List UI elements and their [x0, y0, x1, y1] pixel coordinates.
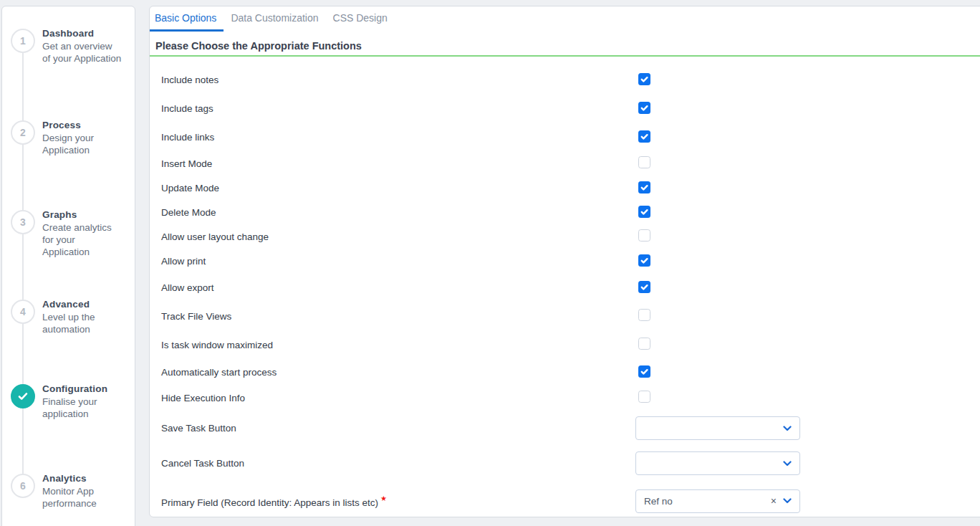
- checkbox-label: Allow user layout change: [161, 231, 635, 242]
- checkbox-label: Update Mode: [161, 183, 635, 193]
- section-heading: Please Choose the Appropriate Functions: [150, 39, 980, 52]
- checkbox-is-task-window-maximized[interactable]: [638, 338, 650, 350]
- checkbox-allow-user-layout-change[interactable]: [638, 229, 650, 242]
- checkbox-include-notes[interactable]: [638, 73, 650, 85]
- checkbox-row: Hide Execution Info: [150, 385, 980, 411]
- step-circle: 6: [11, 474, 35, 498]
- step-title: Process: [42, 119, 123, 131]
- select-save-task-button[interactable]: [635, 416, 800, 440]
- checkbox-row: Allow print: [150, 249, 980, 273]
- stepper-step-analytics[interactable]: 6 Analytics Monitor App performance: [11, 474, 123, 510]
- step-circle: 1: [11, 29, 35, 53]
- step-subtitle: Create analytics for your Application: [42, 221, 123, 258]
- checkbox-delete-mode[interactable]: [638, 206, 650, 218]
- step-subtitle: Get an overview of your Application: [42, 40, 123, 64]
- select-row: Cancel Task Button: [150, 446, 980, 481]
- wizard-sidebar: 1 Dashboard Get an overview of your Appl…: [1, 6, 135, 526]
- select-cell: Ref no ×: [635, 489, 802, 513]
- checkbox-cell: [635, 206, 802, 219]
- checkmark-icon: [640, 183, 649, 192]
- checkbox-label: Include notes: [161, 75, 635, 85]
- step-text: Configuration Finalise your application: [42, 383, 123, 420]
- checkbox-update-mode[interactable]: [638, 181, 650, 193]
- checkmark-icon: [640, 207, 649, 216]
- checkbox-label: Allow print: [161, 256, 635, 267]
- step-title: Analytics: [42, 472, 123, 484]
- checkbox-cell: [635, 102, 802, 115]
- step-number: 1: [20, 35, 26, 47]
- checkmark-icon: [640, 103, 649, 113]
- select-value: Ref no: [644, 496, 771, 507]
- chevron-down-icon: [783, 426, 792, 431]
- step-text: Advanced Level up the automation: [42, 298, 123, 335]
- checkbox-row: Allow user layout change: [150, 224, 980, 249]
- checkbox-cell: [635, 365, 802, 379]
- step-circle: 5: [11, 384, 35, 408]
- tab-css-design[interactable]: CSS Design: [326, 6, 395, 32]
- checkbox-cell: [635, 181, 802, 195]
- checkbox-label: Is task window maximized: [161, 340, 635, 350]
- checkbox-allow-print[interactable]: [638, 254, 650, 267]
- step-number: 2: [20, 127, 26, 138]
- step-subtitle: Monitor App performance: [42, 485, 123, 510]
- checkbox-label: Delete Mode: [161, 207, 635, 218]
- stepper-step-dashboard[interactable]: 1 Dashboard Get an overview of your Appl…: [11, 29, 123, 64]
- tab-basic-options[interactable]: Basic Options: [150, 6, 224, 32]
- step-title: Configuration: [42, 383, 123, 395]
- app-configuration-page: 1 Dashboard Get an overview of your Appl…: [0, 0, 980, 526]
- select-cell: [635, 416, 802, 440]
- step-circle: 2: [11, 120, 35, 145]
- stepper-step-process[interactable]: 2 Process Design your Application: [11, 120, 123, 156]
- required-asterisk: ★: [380, 494, 387, 502]
- stepper-step-configuration[interactable]: 5 Configuration Finalise your applicatio…: [11, 384, 123, 420]
- checkbox-cell: [635, 254, 802, 268]
- checkbox-row: Update Mode: [150, 176, 980, 200]
- checkbox-row: Delete Mode: [150, 200, 980, 224]
- checkbox-include-tags[interactable]: [638, 102, 650, 114]
- checkbox-include-links[interactable]: [638, 130, 650, 143]
- checkbox-automatically-start-process[interactable]: [638, 365, 650, 378]
- checkbox-label: Automatically start process: [161, 367, 635, 378]
- clear-icon[interactable]: ×: [771, 496, 777, 506]
- select-label: Save Task Button: [161, 423, 635, 434]
- settings-panel: Basic Options Data Customization CSS Des…: [149, 6, 980, 517]
- step-title: Dashboard: [42, 27, 123, 39]
- chevron-down-icon: [783, 498, 792, 504]
- step-circle: 3: [11, 210, 35, 234]
- checkbox-label: Include tags: [161, 103, 635, 114]
- check-icon: [16, 390, 29, 403]
- select-primary-field-record-identity-appears-in-lists-etc[interactable]: Ref no ×: [635, 489, 800, 513]
- select-cancel-task-button[interactable]: [635, 451, 800, 475]
- checkbox-cell: [635, 309, 802, 324]
- tab-data-customization[interactable]: Data Customization: [224, 6, 325, 32]
- select-label: Primary Field (Record Identity: Appears …: [161, 494, 635, 508]
- checkbox-row: Track File Views: [150, 302, 980, 330]
- checkbox-cell: [635, 229, 802, 244]
- checkbox-track-file-views[interactable]: [638, 309, 650, 321]
- checkbox-cell: [635, 73, 802, 87]
- checkmark-icon: [640, 282, 649, 292]
- tab-bar: Basic Options Data Customization CSS Des…: [150, 6, 980, 32]
- checkbox-row: Is task window maximized: [150, 330, 980, 359]
- checkbox-row: Insert Mode: [150, 151, 980, 176]
- step-subtitle: Level up the automation: [42, 311, 123, 335]
- checkbox-cell: [635, 391, 802, 406]
- checkbox-row: Include tags: [150, 94, 980, 123]
- step-text: Process Design your Application: [42, 119, 123, 156]
- step-title: Advanced: [42, 298, 123, 310]
- step-subtitle: Finalise your application: [42, 396, 123, 420]
- stepper-step-advanced[interactable]: 4 Advanced Level up the automation: [11, 300, 123, 335]
- checkmark-icon: [640, 367, 649, 376]
- step-title: Graphs: [42, 209, 123, 221]
- checkbox-cell: [635, 130, 802, 144]
- checkmark-icon: [640, 75, 649, 84]
- checkbox-cell: [635, 156, 802, 171]
- checkbox-allow-export[interactable]: [638, 281, 650, 293]
- checkbox-insert-mode[interactable]: [638, 156, 650, 168]
- checkbox-row: Include links: [150, 123, 980, 151]
- checkbox-hide-execution-info[interactable]: [638, 391, 650, 403]
- select-row: Save Task Button: [150, 411, 980, 446]
- step-text: Dashboard Get an overview of your Applic…: [42, 27, 123, 64]
- stepper-step-graphs[interactable]: 3 Graphs Create analytics for your Appli…: [11, 210, 123, 258]
- step-subtitle: Design your Application: [42, 132, 123, 156]
